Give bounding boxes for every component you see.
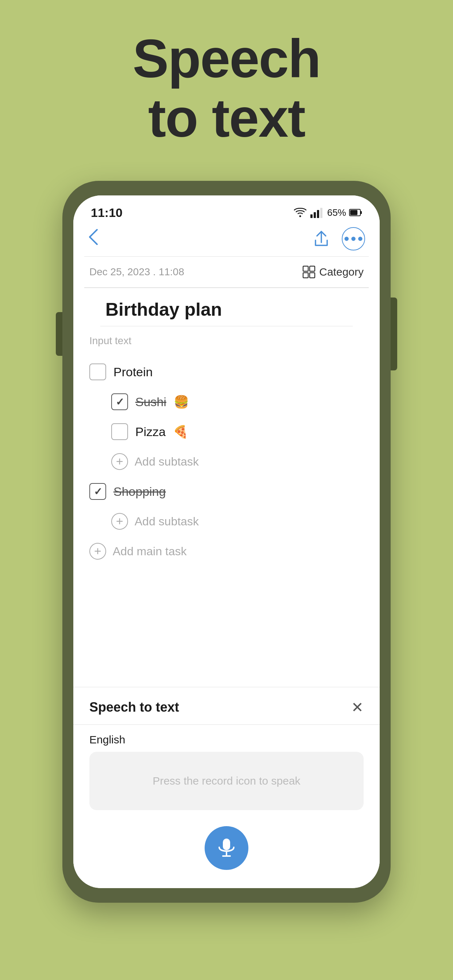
category-label: Category bbox=[319, 266, 364, 278]
pizza-checkbox[interactable] bbox=[111, 423, 128, 440]
phone-mockup: 11:10 65% bbox=[62, 181, 391, 903]
svg-rect-2 bbox=[314, 212, 316, 218]
svg-rect-4 bbox=[320, 208, 322, 218]
status-time: 11:10 bbox=[91, 205, 123, 220]
speech-mic-area bbox=[73, 819, 380, 888]
svg-rect-6 bbox=[360, 211, 362, 214]
close-speech-button[interactable]: ✕ bbox=[351, 699, 364, 716]
share-button[interactable] bbox=[309, 227, 333, 250]
svg-rect-14 bbox=[309, 273, 315, 278]
svg-rect-7 bbox=[350, 210, 357, 215]
page-title: Speech to text bbox=[133, 29, 320, 148]
svg-point-9 bbox=[351, 237, 356, 241]
task-item[interactable]: Protein bbox=[89, 357, 364, 387]
more-options-button[interactable] bbox=[342, 227, 365, 250]
add-main-task-label: Add main task bbox=[113, 545, 187, 558]
svg-point-0 bbox=[299, 215, 301, 217]
svg-point-8 bbox=[344, 237, 349, 241]
shopping-checkbox[interactable] bbox=[89, 483, 106, 500]
note-content-area: Birthday plan Input text Protein Sushi 🍔 bbox=[73, 288, 380, 687]
shopping-label: Shopping bbox=[113, 485, 166, 499]
nav-actions bbox=[309, 227, 365, 250]
add-subtask-label-2: Add subtask bbox=[135, 515, 199, 528]
add-subtask-button-2[interactable]: + Add subtask bbox=[89, 506, 364, 536]
pizza-emoji: 🍕 bbox=[173, 425, 188, 439]
share-icon bbox=[312, 229, 331, 248]
add-subtask-label: Add subtask bbox=[135, 455, 199, 468]
speech-language: English bbox=[73, 725, 380, 752]
top-nav bbox=[73, 223, 380, 256]
add-main-task-button[interactable]: + Add main task bbox=[89, 536, 364, 566]
plus-circle-icon-2: + bbox=[111, 513, 128, 530]
category-button[interactable]: Category bbox=[302, 266, 364, 278]
ellipsis-icon bbox=[344, 229, 363, 248]
battery-text: 65% bbox=[327, 207, 346, 218]
protein-checkbox[interactable] bbox=[89, 363, 106, 380]
mic-button[interactable] bbox=[205, 826, 248, 870]
task-list: Protein Sushi 🍔 Pizza 🍕 + bbox=[89, 357, 364, 566]
back-button[interactable] bbox=[88, 228, 99, 250]
svg-rect-11 bbox=[303, 266, 308, 271]
task-item[interactable]: Pizza 🍕 bbox=[89, 417, 364, 447]
microphone-icon bbox=[215, 837, 238, 859]
add-subtask-button[interactable]: + Add subtask bbox=[89, 447, 364, 477]
note-date: Dec 25, 2023 . 11:08 bbox=[89, 266, 184, 278]
protein-label: Protein bbox=[113, 365, 153, 379]
svg-rect-13 bbox=[303, 273, 308, 278]
speech-placeholder: Press the record icon to speak bbox=[152, 775, 300, 787]
input-text-label: Input text bbox=[89, 335, 364, 347]
svg-point-10 bbox=[358, 237, 362, 241]
plus-circle-icon-3: + bbox=[89, 543, 106, 560]
task-item[interactable]: Shopping bbox=[89, 477, 364, 506]
note-title: Birthday plan bbox=[89, 299, 364, 326]
sushi-checkbox[interactable] bbox=[111, 393, 128, 410]
wifi-icon bbox=[293, 207, 307, 218]
svg-rect-12 bbox=[309, 266, 315, 271]
battery-icon bbox=[349, 208, 362, 217]
status-bar: 11:10 65% bbox=[73, 196, 380, 223]
signal-icon bbox=[309, 207, 324, 218]
plus-circle-icon: + bbox=[111, 453, 128, 470]
status-icons: 65% bbox=[293, 207, 362, 218]
note-header: Dec 25, 2023 . 11:08 Category bbox=[73, 257, 380, 287]
svg-rect-1 bbox=[310, 215, 313, 218]
pizza-label: Pizza bbox=[135, 425, 166, 439]
phone-screen: 11:10 65% bbox=[73, 196, 380, 888]
sushi-label: Sushi bbox=[135, 395, 166, 409]
speech-text-area: Press the record icon to speak bbox=[89, 752, 364, 810]
svg-rect-3 bbox=[317, 210, 319, 218]
speech-panel-title: Speech to text bbox=[89, 700, 179, 715]
speech-panel: Speech to text ✕ English Press the recor… bbox=[73, 687, 380, 888]
sushi-emoji: 🍔 bbox=[174, 395, 189, 409]
speech-header: Speech to text ✕ bbox=[73, 687, 380, 724]
svg-rect-15 bbox=[223, 838, 230, 850]
category-icon bbox=[302, 266, 316, 278]
task-item[interactable]: Sushi 🍔 bbox=[89, 387, 364, 417]
